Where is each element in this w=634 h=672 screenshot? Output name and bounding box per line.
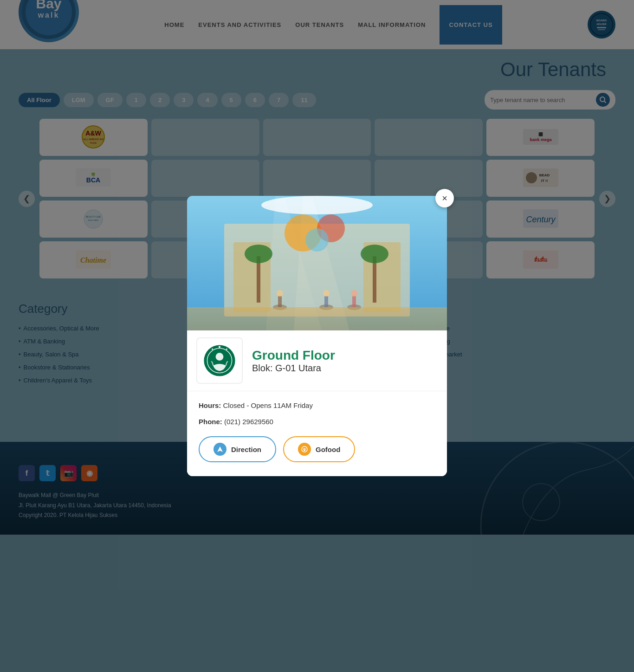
svg-rect-50	[352, 296, 356, 307]
modal-actions: Direction Gofood	[199, 436, 435, 467]
direction-label: Direction	[231, 446, 261, 453]
modal-overlay[interactable]: ×	[0, 0, 634, 672]
modal-wrapper: ×	[187, 196, 447, 476]
modal-close-button[interactable]: ×	[435, 189, 454, 207]
svg-point-63	[219, 346, 220, 348]
svg-point-62	[216, 353, 224, 361]
brand-blok: Blok: G-01 Utara	[252, 363, 438, 374]
svg-marker-66	[217, 446, 223, 452]
hours-label: Hours:	[199, 401, 221, 409]
modal-details: Hours: Closed - Opens 11AM Friday Phone:…	[187, 391, 447, 476]
svg-rect-44	[278, 296, 282, 307]
gofood-label: Gofood	[316, 446, 340, 453]
tenant-detail-modal: Ground Floor Blok: G-01 Utara Hours: Clo…	[187, 196, 447, 476]
modal-hero-image	[187, 196, 447, 330]
hours-row: Hours: Closed - Opens 11AM Friday	[199, 401, 435, 411]
svg-point-68	[304, 449, 305, 451]
svg-point-48	[323, 290, 330, 297]
direction-button[interactable]: Direction	[199, 436, 276, 462]
svg-point-53	[245, 245, 272, 263]
svg-rect-59	[187, 307, 447, 330]
svg-point-45	[277, 290, 283, 297]
brand-logo-box	[196, 337, 243, 384]
brand-floor: Ground Floor	[252, 348, 438, 363]
svg-point-40	[261, 196, 373, 214]
hours-value: Closed - Opens 11AM Friday	[223, 401, 313, 409]
svg-point-51	[351, 290, 357, 297]
phone-label: Phone:	[199, 418, 222, 426]
phone-value: (021) 29629560	[224, 418, 273, 426]
svg-point-65	[212, 349, 213, 350]
gofood-icon	[298, 443, 311, 456]
gofood-button[interactable]: Gofood	[283, 436, 355, 462]
svg-point-55	[361, 245, 388, 263]
phone-row: Phone: (021) 29629560	[199, 417, 435, 427]
svg-point-64	[226, 349, 227, 350]
modal-brand-section: Ground Floor Blok: G-01 Utara	[187, 330, 447, 391]
svg-point-58	[305, 228, 329, 252]
brand-info: Ground Floor Blok: G-01 Utara	[252, 348, 438, 374]
direction-icon	[213, 443, 226, 456]
starbucks-logo	[203, 344, 236, 377]
svg-rect-47	[324, 296, 328, 307]
